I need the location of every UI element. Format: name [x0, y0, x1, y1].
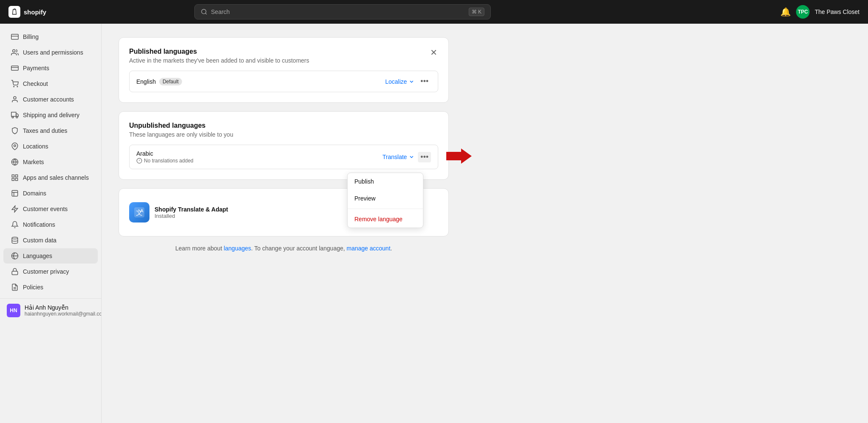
sidebar-item-customer-privacy[interactable]: Customer privacy [3, 264, 98, 279]
sidebar-item-taxes-duties[interactable]: Taxes and duties [3, 123, 98, 138]
manage-account-link[interactable]: manage account [347, 245, 391, 252]
published-languages-subtitle: Active in the markets they've been added… [129, 57, 438, 64]
dropdown-menu-container: Publish Preview Remove language [347, 173, 423, 228]
sidebar-label-payments: Payments [23, 65, 49, 71]
svg-point-9 [12, 116, 14, 118]
search-shortcut: ⌘ K [469, 8, 484, 16]
footer-info: Learn more about languages. To change yo… [119, 245, 449, 252]
user-name: Hải Anh Nguyễn [25, 304, 102, 311]
svg-point-0 [202, 9, 206, 14]
sidebar-label-shipping: Shipping and delivery [23, 112, 80, 118]
languages-link[interactable]: languages [224, 245, 251, 252]
languages-page: ✕ Published languages Active in the mark… [119, 37, 449, 252]
svg-text:A: A [141, 209, 144, 213]
svg-rect-1 [11, 34, 19, 39]
dropdown-publish[interactable]: Publish [348, 173, 423, 190]
sidebar-item-payments[interactable]: Payments [3, 60, 98, 76]
svg-marker-28 [446, 148, 472, 164]
red-arrow-icon [446, 148, 472, 164]
sidebar-label-apps: Apps and sales channels [23, 174, 89, 181]
search-bar[interactable]: Search ⌘ K [194, 4, 491, 19]
svg-point-20 [12, 237, 18, 239]
sidebar-item-notifications[interactable]: Notifications [3, 217, 98, 232]
arabic-lang-name: Arabic [136, 150, 153, 157]
sidebar-label-custom-data: Custom data [23, 237, 56, 244]
svg-point-10 [16, 116, 18, 118]
english-lang-name: English [136, 78, 156, 85]
store-avatar: TPC [796, 5, 810, 19]
sidebar-item-locations[interactable]: Locations [3, 139, 98, 154]
sidebar-item-apps-sales-channels[interactable]: Apps and sales channels [3, 170, 98, 185]
topnav-right: 🔔 TPC The Paws Closet [780, 5, 860, 19]
sidebar-label-markets: Markets [23, 159, 44, 165]
no-translations-info: No translations added [136, 158, 194, 164]
translate-button[interactable]: Translate [382, 154, 415, 160]
sidebar-item-users-permissions[interactable]: Users and permissions [3, 45, 98, 60]
published-languages-card: Published languages Active in the market… [119, 37, 449, 103]
info-icon [136, 158, 142, 164]
published-languages-title: Published languages [129, 48, 438, 55]
domains-icon [11, 190, 19, 197]
unpublished-languages-title: Unpublished languages [129, 122, 438, 129]
english-lang-actions: Localize ••• [385, 76, 431, 87]
localize-button[interactable]: Localize [385, 78, 415, 85]
sidebar-label-customer-accounts: Customer accounts [23, 96, 74, 103]
sidebar-label-customer-events: Customer events [23, 206, 68, 212]
search-placeholder: Search [211, 8, 229, 15]
shopify-logo[interactable]: shopify [8, 6, 46, 18]
custom-data-icon [11, 236, 19, 244]
svg-rect-18 [12, 190, 18, 196]
svg-rect-16 [16, 179, 18, 181]
sidebar-item-customer-accounts[interactable]: Customer accounts [3, 92, 98, 107]
svg-point-4 [14, 86, 14, 87]
app-icon: 文 A [129, 202, 149, 222]
customer-events-icon [11, 205, 19, 213]
close-button[interactable]: ✕ [427, 46, 440, 59]
svg-point-11 [14, 145, 16, 147]
app-details: Shopify Translate & Adapt Installed [155, 206, 228, 219]
svg-rect-15 [16, 175, 18, 177]
apps-icon [11, 174, 19, 181]
sidebar-item-shipping-delivery[interactable]: Shipping and delivery [3, 107, 98, 123]
languages-icon [11, 252, 19, 260]
arabic-more-button[interactable]: ••• [418, 152, 431, 162]
billing-icon [11, 33, 19, 41]
page-layout: Billing Users and permissions Payments C… [0, 24, 868, 423]
sidebar-item-customer-events[interactable]: Customer events [3, 201, 98, 217]
svg-rect-22 [12, 271, 18, 275]
dropdown-preview[interactable]: Preview [348, 190, 423, 207]
sidebar-item-checkout[interactable]: Checkout [3, 76, 98, 91]
dropdown-remove-language[interactable]: Remove language [348, 211, 423, 228]
sidebar: Billing Users and permissions Payments C… [0, 24, 102, 423]
users-icon [11, 49, 19, 56]
sidebar-label-billing: Billing [23, 33, 39, 40]
english-more-button[interactable]: ••• [418, 76, 431, 87]
notification-bell-icon[interactable]: 🔔 [780, 7, 791, 17]
privacy-icon [11, 268, 19, 275]
sidebar-item-custom-data[interactable]: Custom data [3, 233, 98, 248]
svg-point-5 [17, 86, 18, 87]
user-email: haianhnguyen.workmail@gmail.com [25, 311, 102, 317]
sidebar-item-markets[interactable]: Markets [3, 154, 98, 170]
sidebar-item-policies[interactable]: Policies [3, 280, 98, 295]
sidebar-label-locations: Locations [23, 143, 48, 150]
checkout-icon [11, 80, 19, 88]
sidebar-item-billing[interactable]: Billing [3, 29, 98, 44]
dropdown-divider [348, 209, 423, 209]
sidebar-label-policies: Policies [23, 284, 43, 291]
footer-text-before: Learn more about [175, 245, 224, 252]
sidebar-label-checkout: Checkout [23, 80, 48, 87]
app-status: Installed [155, 213, 228, 219]
search-icon [201, 8, 207, 15]
default-badge: Default [159, 78, 182, 85]
footer-text-after: . [390, 245, 392, 252]
english-language-row: English Default Localize ••• [129, 71, 438, 92]
chevron-down-icon [409, 79, 415, 85]
sidebar-label-domains: Domains [23, 190, 46, 197]
policies-icon [11, 283, 19, 291]
sidebar-item-domains[interactable]: Domains [3, 186, 98, 201]
shipping-icon [11, 111, 19, 119]
svg-rect-14 [12, 175, 14, 177]
translate-chevron-icon [409, 154, 415, 160]
sidebar-item-languages[interactable]: Languages [3, 248, 98, 264]
